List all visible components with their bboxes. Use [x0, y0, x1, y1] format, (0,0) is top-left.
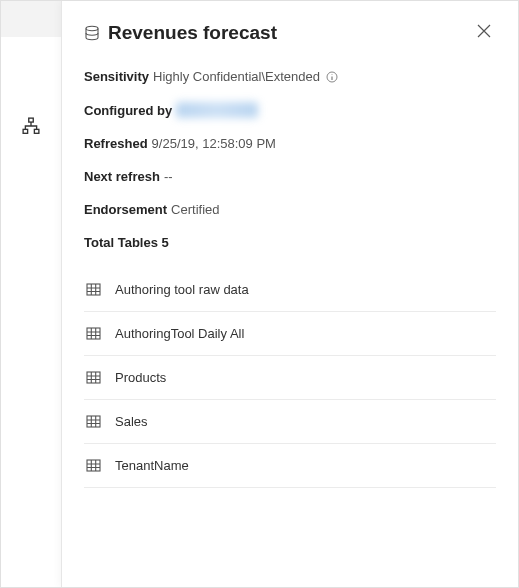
- total-tables-count: 5: [162, 235, 169, 250]
- table-row[interactable]: Sales: [84, 400, 496, 444]
- refreshed-row: Refreshed 9/25/19, 12:58:09 PM: [84, 136, 496, 151]
- total-tables-label: Total Tables: [84, 235, 158, 250]
- sensitivity-row: Sensitivity Highly Confidential\Extended: [84, 69, 496, 84]
- total-tables-header: Total Tables 5: [84, 235, 496, 250]
- next-refresh-row: Next refresh --: [84, 169, 496, 184]
- panel-title: Revenues forecast: [108, 22, 277, 44]
- svg-rect-5: [87, 284, 100, 295]
- top-bar: [1, 1, 61, 37]
- lineage-icon[interactable]: [22, 117, 40, 135]
- left-rail: [1, 37, 61, 587]
- table-row[interactable]: AuthoringTool Daily All: [84, 312, 496, 356]
- endorsement-label: Endorsement: [84, 202, 167, 217]
- table-name: Products: [115, 370, 166, 385]
- svg-rect-6: [87, 328, 100, 339]
- tables-list: Authoring tool raw data AuthoringTool Da…: [84, 268, 496, 488]
- table-row[interactable]: Authoring tool raw data: [84, 268, 496, 312]
- table-row[interactable]: Products: [84, 356, 496, 400]
- close-button[interactable]: [472, 19, 496, 47]
- svg-point-3: [86, 26, 98, 30]
- svg-rect-8: [87, 416, 100, 427]
- configured-by-label: Configured by: [84, 103, 172, 118]
- endorsement-row: Endorsement Certified: [84, 202, 496, 217]
- table-icon: [86, 370, 101, 385]
- table-icon: [86, 282, 101, 297]
- svg-rect-1: [23, 129, 28, 133]
- svg-rect-9: [87, 460, 100, 471]
- svg-rect-0: [29, 118, 34, 122]
- info-icon[interactable]: [326, 71, 338, 83]
- table-icon: [86, 414, 101, 429]
- refreshed-value: 9/25/19, 12:58:09 PM: [152, 136, 276, 151]
- panel-title-wrap: Revenues forecast: [84, 22, 277, 44]
- table-name: Sales: [115, 414, 148, 429]
- panel-header: Revenues forecast: [84, 19, 496, 47]
- next-refresh-label: Next refresh: [84, 169, 160, 184]
- table-name: TenantName: [115, 458, 189, 473]
- table-icon: [86, 458, 101, 473]
- sensitivity-value: Highly Confidential\Extended: [153, 69, 320, 84]
- next-refresh-value: --: [164, 169, 173, 184]
- sensitivity-label: Sensitivity: [84, 69, 149, 84]
- table-icon: [86, 326, 101, 341]
- configured-by-row: Configured by: [84, 102, 496, 118]
- table-name: AuthoringTool Daily All: [115, 326, 244, 341]
- svg-rect-2: [34, 129, 39, 133]
- configured-by-value: [176, 102, 258, 118]
- table-name: Authoring tool raw data: [115, 282, 249, 297]
- table-row[interactable]: TenantName: [84, 444, 496, 488]
- refreshed-label: Refreshed: [84, 136, 148, 151]
- endorsement-value: Certified: [171, 202, 219, 217]
- svg-rect-7: [87, 372, 100, 383]
- dataset-icon: [84, 25, 100, 41]
- details-panel: Revenues forecast Sensitivity Highly Con…: [61, 1, 518, 587]
